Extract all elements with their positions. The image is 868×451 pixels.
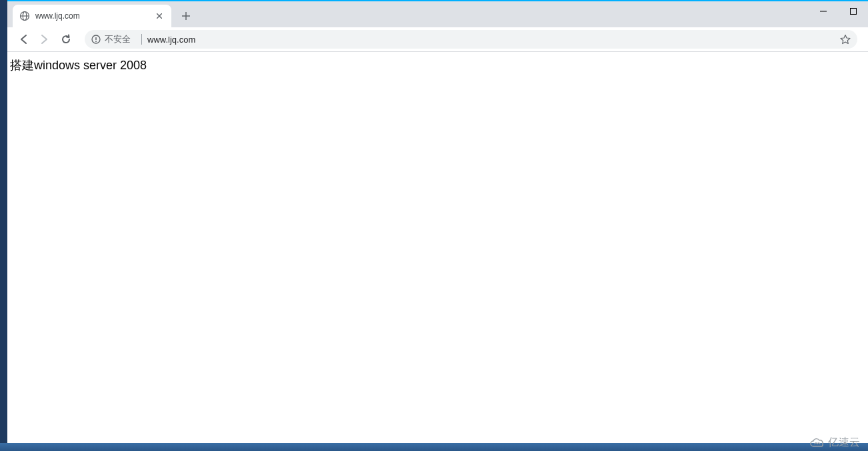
windows-taskbar[interactable] xyxy=(0,443,868,451)
browser-title-bar: www.ljq.com xyxy=(7,1,868,27)
security-label: 不安全 xyxy=(105,33,131,45)
reload-button[interactable] xyxy=(57,30,75,49)
globe-icon xyxy=(19,11,30,21)
minimize-button[interactable] xyxy=(808,1,838,21)
close-tab-button[interactable] xyxy=(154,11,165,21)
watermark: 亿速云 xyxy=(809,436,860,450)
browser-toolbar: 不安全 www.ljq.com xyxy=(7,27,868,52)
page-content: 搭建windows server 2008 xyxy=(7,52,868,443)
watermark-text: 亿速云 xyxy=(828,436,860,450)
security-indicator[interactable]: 不安全 xyxy=(91,33,136,45)
bookmark-button[interactable] xyxy=(836,30,855,49)
tab-title: www.ljq.com xyxy=(35,11,154,21)
desktop-background-strip xyxy=(0,0,7,451)
new-tab-button[interactable] xyxy=(177,7,195,25)
watermark-cloud-icon xyxy=(809,437,825,449)
maximize-button[interactable] xyxy=(838,1,868,21)
svg-point-11 xyxy=(95,41,97,42)
browser-tab-active[interactable]: www.ljq.com xyxy=(13,5,171,27)
address-divider xyxy=(141,34,142,45)
window-controls xyxy=(808,1,868,21)
svg-rect-8 xyxy=(850,9,856,15)
browser-window: www.ljq.com xyxy=(7,0,868,443)
url-text: www.ljq.com xyxy=(147,35,836,45)
forward-button[interactable] xyxy=(35,30,54,49)
back-button[interactable] xyxy=(14,30,33,49)
page-heading: 搭建windows server 2008 xyxy=(10,57,865,73)
address-bar[interactable]: 不安全 www.ljq.com xyxy=(85,30,857,49)
